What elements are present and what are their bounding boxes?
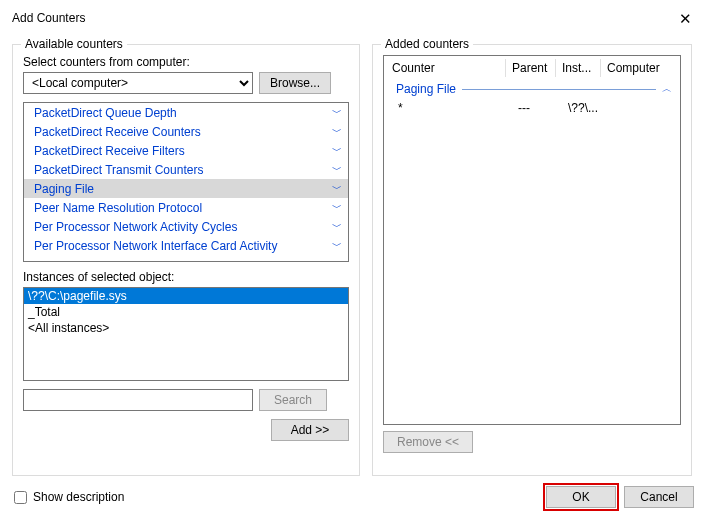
added-group-name: Paging File	[396, 82, 456, 96]
counter-item[interactable]: PacketDirect Transmit Counters﹀	[24, 160, 348, 179]
added-cell-inst: \??\...	[562, 100, 607, 116]
added-cell-parent: ---	[512, 100, 562, 116]
counter-item-label: PacketDirect Queue Depth	[34, 106, 177, 120]
instances-label: Instances of selected object:	[23, 270, 349, 284]
instance-item[interactable]: \??\C:\pagefile.sys	[24, 288, 348, 304]
col-computer[interactable]: Computer	[601, 59, 678, 77]
added-cell-computer	[607, 100, 680, 116]
chevron-down-icon[interactable]: ﹀	[332, 163, 342, 177]
counter-item[interactable]: PacketDirect Receive Filters﹀	[24, 141, 348, 160]
added-group-row[interactable]: Paging File ︿	[384, 80, 680, 100]
chevron-down-icon[interactable]: ﹀	[332, 182, 342, 196]
added-list[interactable]: Counter Parent Inst... Computer Paging F…	[383, 55, 681, 425]
added-data-row[interactable]: * --- \??\...	[384, 100, 680, 116]
show-description-checkbox[interactable]: Show description	[14, 490, 124, 504]
counter-list[interactable]: PacketDirect Queue Depth﹀PacketDirect Re…	[23, 102, 349, 262]
col-counter[interactable]: Counter	[386, 59, 506, 77]
instance-item[interactable]: _Total	[24, 304, 348, 320]
added-counters-group: Added counters Counter Parent Inst... Co…	[372, 44, 692, 476]
instances-list[interactable]: \??\C:\pagefile.sys_Total<All instances>	[23, 287, 349, 381]
counter-item[interactable]: PacketDirect Queue Depth﹀	[24, 103, 348, 122]
instance-item[interactable]: <All instances>	[24, 320, 348, 336]
counter-item-label: Per Processor Network Interface Card Act…	[34, 239, 277, 253]
counter-item-label: PacketDirect Receive Filters	[34, 144, 185, 158]
available-counters-group: Available counters Select counters from …	[12, 44, 360, 476]
select-from-label: Select counters from computer:	[23, 55, 349, 69]
computer-combo[interactable]: <Local computer>	[23, 72, 253, 94]
search-input[interactable]	[23, 389, 253, 411]
counter-item-label: Paging File	[34, 182, 94, 196]
chevron-up-icon[interactable]: ︿	[662, 82, 672, 96]
added-legend: Added counters	[381, 37, 473, 51]
chevron-down-icon[interactable]: ﹀	[332, 125, 342, 139]
close-icon[interactable]: ✕	[675, 11, 696, 26]
added-cell-counter: *	[392, 100, 512, 116]
col-inst[interactable]: Inst...	[556, 59, 601, 77]
chevron-down-icon[interactable]: ﹀	[332, 239, 342, 253]
counter-item-label: PacketDirect Receive Counters	[34, 125, 201, 139]
counter-item[interactable]: Peer Name Resolution Protocol﹀	[24, 198, 348, 217]
added-header-row: Counter Parent Inst... Computer	[384, 56, 680, 80]
ok-button[interactable]: OK	[546, 486, 616, 508]
counter-item[interactable]: Per Processor Network Activity Cycles﹀	[24, 217, 348, 236]
chevron-down-icon[interactable]: ﹀	[332, 106, 342, 120]
show-description-label: Show description	[33, 490, 124, 504]
counter-item-label: Peer Name Resolution Protocol	[34, 201, 202, 215]
counter-item[interactable]: Paging File﹀	[24, 179, 348, 198]
available-legend: Available counters	[21, 37, 127, 51]
counter-item[interactable]: PacketDirect Receive Counters﹀	[24, 122, 348, 141]
col-parent[interactable]: Parent	[506, 59, 556, 77]
search-button[interactable]: Search	[259, 389, 327, 411]
chevron-down-icon[interactable]: ﹀	[332, 144, 342, 158]
counter-item[interactable]: Per Processor Network Interface Card Act…	[24, 236, 348, 255]
remove-button[interactable]: Remove <<	[383, 431, 473, 453]
window-title: Add Counters	[12, 11, 85, 25]
add-button[interactable]: Add >>	[271, 419, 349, 441]
counter-item-label: PacketDirect Transmit Counters	[34, 163, 203, 177]
counter-item-label: Per Processor Network Activity Cycles	[34, 220, 237, 234]
browse-button[interactable]: Browse...	[259, 72, 331, 94]
show-description-input[interactable]	[14, 491, 27, 504]
chevron-down-icon[interactable]: ﹀	[332, 220, 342, 234]
chevron-down-icon[interactable]: ﹀	[332, 201, 342, 215]
cancel-button[interactable]: Cancel	[624, 486, 694, 508]
